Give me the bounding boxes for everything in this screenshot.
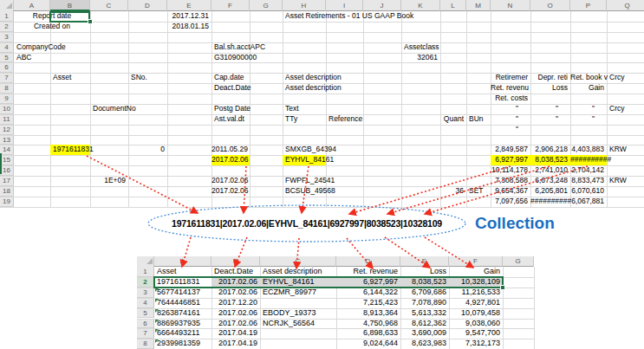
cell-bottom-B7[interactable]: 2017.04.19 — [211, 328, 260, 339]
row-header-top-1[interactable]: 1 — [0, 11, 14, 22]
col-header-top-A[interactable]: A — [14, 0, 50, 11]
col-header-top-C[interactable]: C — [90, 0, 128, 11]
cell-top-B14[interactable]: 1971611831 — [50, 145, 90, 155]
cell-top-P15[interactable]: ########## — [570, 155, 607, 165]
cell-top-P8[interactable]: Gain — [570, 83, 607, 94]
cell-top-F15[interactable]: 2017.02.06 — [211, 155, 250, 165]
cell-bottom-E2[interactable]: 8,038,523 — [400, 277, 449, 288]
cell-top-N19[interactable]: 7,097,656 — [491, 197, 530, 207]
col-header-top-L[interactable]: L — [440, 0, 466, 11]
cell-bottom-F4[interactable]: 4,927,801 — [449, 298, 503, 308]
row-header-top-4[interactable]: 4 — [0, 42, 14, 53]
cell-top-F18[interactable]: 2017.02.06 — [211, 186, 250, 197]
col-header-top-D[interactable]: D — [128, 0, 167, 11]
row-header-top-19[interactable]: 19 — [0, 197, 14, 207]
cell-top-D14[interactable]: 0 — [128, 145, 167, 155]
cell-top-H15[interactable]: EYHVL_84161 — [283, 155, 326, 165]
cell-bottom-E7[interactable]: 3,690,009 — [400, 328, 449, 339]
cell-top-N9[interactable]: Ret. costs — [491, 94, 530, 104]
row-header-top-9[interactable]: 9 — [0, 94, 14, 104]
cell-bottom-A3[interactable]: 5677414137 — [154, 288, 211, 298]
cell-bottom-E5[interactable]: 5,613,332 — [400, 308, 449, 319]
cell-top-O10[interactable]: " — [530, 104, 570, 114]
col-header-bottom-F[interactable]: F — [449, 256, 503, 267]
cell-top-H11[interactable]: TTy — [283, 114, 326, 125]
cell-top-H17[interactable]: FWPFL_24541 — [283, 176, 326, 186]
cell-top-O18[interactable]: 6,205,801 — [530, 186, 570, 197]
col-header-top-H[interactable]: H — [283, 0, 326, 11]
cell-top-D7[interactable]: SNo. — [128, 73, 167, 83]
cell-bottom-D7[interactable]: 6,898,633 — [336, 328, 400, 339]
cell-top-K5[interactable]: 32061 — [401, 53, 440, 63]
cell-bottom-D1[interactable]: Ret. revenue — [336, 267, 400, 277]
cell-top-F11[interactable]: Ast.val.dt — [211, 114, 250, 125]
row-header-bottom-3[interactable]: 3 — [137, 288, 154, 298]
row-header-top-12[interactable]: 12 — [0, 125, 14, 135]
cell-top-F5[interactable]: G310900000 — [211, 53, 250, 63]
cell-bottom-C6[interactable]: NCRJK_56564 — [260, 319, 336, 329]
cell-top-O17[interactable]: 6,673,248 — [530, 176, 570, 186]
cell-top-P11[interactable]: " — [570, 114, 607, 125]
cell-top-O11[interactable]: " — [530, 114, 570, 125]
cell-bottom-B3[interactable]: 2017.02.06 — [211, 288, 260, 298]
row-header-bottom-4[interactable]: 4 — [137, 298, 154, 308]
fill-handle-bottom[interactable] — [500, 285, 505, 290]
cell-top-F4[interactable]: Bal.sh.acctAPC — [211, 42, 250, 53]
col-header-bottom-D[interactable]: D — [336, 256, 400, 267]
cell-top-Q7[interactable]: Crcy — [607, 73, 644, 83]
row-header-bottom-5[interactable]: 5 — [137, 308, 154, 319]
row-header-top-13[interactable]: 13 — [0, 135, 14, 145]
cell-bottom-E6[interactable]: 8,612,362 — [400, 319, 449, 329]
cell-top-O16[interactable]: 2,741,010 — [530, 165, 570, 176]
fill-handle[interactable] — [88, 19, 93, 24]
cell-top-P16[interactable]: 2,704,142 — [570, 165, 607, 176]
cell-bottom-B6[interactable]: 2017.02.06 — [211, 319, 260, 329]
cell-bottom-A2[interactable]: 1971611831 — [154, 277, 211, 288]
cell-bottom-B4[interactable]: 2017.12.20 — [211, 298, 260, 308]
col-header-top-F[interactable]: F — [211, 0, 250, 11]
cell-bottom-F6[interactable]: 9,038,060 — [449, 319, 503, 329]
cell-bottom-D3[interactable]: 6,144,322 — [336, 288, 400, 298]
row-header-top-2[interactable]: 2 — [0, 22, 14, 32]
cell-top-A2[interactable]: Created on — [14, 22, 90, 32]
row-header-top-17[interactable]: 17 — [0, 176, 14, 186]
cell-top-Q10[interactable]: Crcy — [607, 104, 644, 114]
cell-bottom-E1[interactable]: Loss — [400, 267, 449, 277]
cell-top-C10[interactable]: DocumentNo — [90, 104, 128, 114]
cell-top-E1[interactable]: 2017.12.31 — [167, 11, 211, 22]
col-header-top-B[interactable]: B — [50, 0, 90, 11]
cell-top-N10[interactable]: " — [491, 104, 530, 114]
cell-top-H7[interactable]: Asset description — [283, 73, 326, 83]
cell-bottom-C2[interactable]: EYHVL_84161 — [260, 277, 336, 288]
col-header-top-J[interactable]: J — [363, 0, 401, 11]
cell-bottom-B5[interactable]: 2017.02.06 — [211, 308, 260, 319]
row-header-top-16[interactable]: 16 — [0, 165, 14, 176]
cell-bottom-D2[interactable]: 6,927,997 — [336, 277, 400, 288]
cell-top-M11[interactable]: BUn — [466, 114, 491, 125]
col-header-top-N[interactable]: N — [491, 0, 530, 11]
row-header-top-7[interactable]: 7 — [0, 73, 14, 83]
cell-top-N7[interactable]: Retiremer — [491, 73, 530, 83]
row-header-top-3[interactable]: 3 — [0, 32, 14, 42]
cell-top-M18[interactable]: SET — [466, 186, 491, 197]
col-header-bottom-E[interactable]: E — [400, 256, 449, 267]
row-header-bottom-8[interactable]: 8 — [137, 339, 154, 349]
cell-top-P18[interactable]: 6,070,610 — [570, 186, 607, 197]
cell-top-N17[interactable]: 7,308,588 — [491, 176, 530, 186]
cell-top-E2[interactable]: 2018.01.15 — [167, 22, 211, 32]
cell-bottom-E4[interactable]: 7,078,890 — [400, 298, 449, 308]
cell-top-H14[interactable]: SMXGB_64394 — [283, 145, 326, 155]
cell-top-N12[interactable]: " — [491, 125, 530, 135]
col-header-bottom-B[interactable]: B — [211, 256, 260, 267]
cell-top-F17[interactable]: 2017.02.06 — [211, 176, 250, 186]
col-header-top-E[interactable]: E — [167, 0, 211, 11]
cell-bottom-D8[interactable]: 9,024,644 — [336, 339, 400, 349]
cell-bottom-F2[interactable]: 10,328,109 — [449, 277, 503, 288]
cell-bottom-E3[interactable]: 6,709,686 — [400, 288, 449, 298]
cell-top-N11[interactable]: " — [491, 114, 530, 125]
cell-top-P14[interactable]: 4,403,883 — [570, 145, 607, 155]
cell-top-O19[interactable]: ########## — [530, 197, 570, 207]
cell-top-F10[interactable]: Postg Date — [211, 104, 250, 114]
cell-bottom-C5[interactable]: EBODY_19373 — [260, 308, 336, 319]
row-header-top-14[interactable]: 14 — [0, 145, 14, 155]
